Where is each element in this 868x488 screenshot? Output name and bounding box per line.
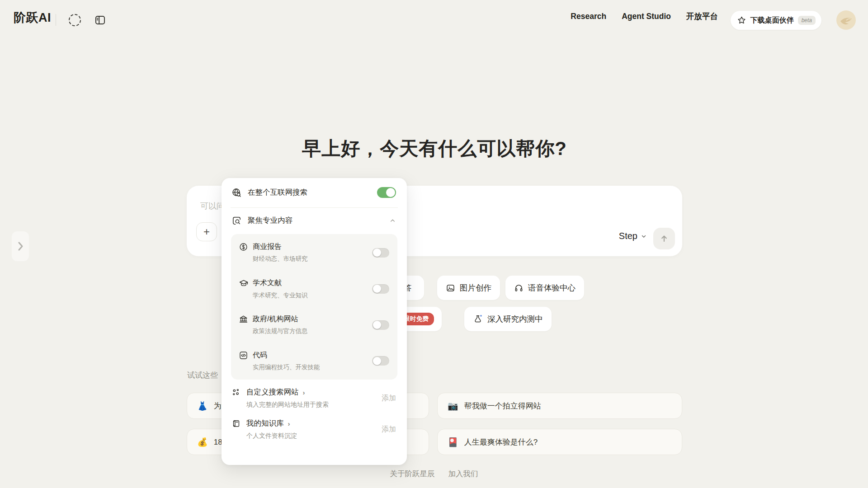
user-avatar[interactable] (836, 10, 856, 30)
attach-button[interactable]: + (196, 222, 217, 241)
send-button[interactable] (653, 228, 675, 249)
chevron-right-icon (16, 240, 25, 252)
category-government: 政府/机构网站 政策法规与官方信息 (239, 314, 389, 335)
code-toggle[interactable] (372, 356, 389, 366)
footer-join-link[interactable]: 加入我们 (448, 469, 478, 479)
bird-logo-icon (836, 10, 856, 30)
custom-search-site-row[interactable]: 自定义搜索网站 › 填入完整的网站地址用于搜索 添加 (222, 387, 407, 409)
star-face-icon (737, 16, 746, 25)
focus-content-label: 聚焦专业内容 (248, 216, 292, 225)
voice-center-button[interactable]: 语音体验中心 (505, 276, 584, 300)
camera-emoji-icon: 📷 (448, 401, 458, 411)
code-icon (239, 351, 248, 360)
web-search-label: 在整个互联网搜索 (248, 188, 307, 197)
academic-toggle[interactable] (372, 284, 389, 294)
image-creation-button[interactable]: 图片创作 (437, 276, 500, 300)
header-divider (56, 14, 56, 26)
flower-card-emoji-icon: 🎴 (448, 437, 458, 447)
download-desktop-button[interactable]: 下载桌面伙伴 beta (731, 11, 821, 30)
model-name: Step (619, 231, 637, 241)
category-business-reports: 商业报告 财经动态、市场研究 (239, 242, 389, 263)
business-reports-toggle[interactable] (372, 248, 389, 258)
download-label: 下载桌面伙伴 (750, 16, 794, 25)
nav-agent-studio[interactable]: Agent Studio (622, 12, 671, 21)
category-code: 代码 实用编程技巧、开发技能 (239, 351, 389, 371)
greeting-heading: 早上好，今天有什么可以帮你? (187, 136, 682, 161)
chevron-up-icon[interactable] (389, 217, 396, 224)
add-custom-site-button[interactable]: 添加 (382, 394, 396, 403)
moneybag-emoji-icon: 💰 (197, 437, 208, 447)
up-arrow-icon (659, 234, 669, 244)
web-search-toggle[interactable] (377, 187, 396, 198)
bank-icon (239, 314, 248, 324)
chevron-right-icon: › (303, 389, 305, 396)
graduation-cap-icon (239, 278, 249, 288)
model-selector[interactable]: Step (619, 231, 647, 241)
book-icon (231, 419, 241, 428)
lab-flask-icon (473, 314, 483, 324)
chat-input-placeholder: 可以问 (200, 201, 225, 211)
beta-badge: beta (798, 16, 816, 25)
footer-about-link[interactable]: 关于阶跃星辰 (390, 469, 435, 479)
footer: 关于阶跃星辰 加入我们 (0, 469, 868, 479)
search-scope-popover: 在整个互联网搜索 聚焦专业内容 商业报告 财经动态、市场研究 (222, 178, 407, 465)
suggestion-card[interactable]: 🎴 人生最爽体验是什么? (437, 429, 682, 455)
box-search-icon (231, 216, 242, 226)
app-logo[interactable]: 阶跃AI (14, 9, 51, 26)
knowledge-base-row[interactable]: 我的知识库 › 个人文件资料沉淀 添加 (222, 418, 407, 440)
focus-categories-panel: 商业报告 财经动态、市场研究 学术文献 学术研究、专业知识 (231, 234, 397, 380)
chevron-down-icon (641, 233, 647, 239)
nav-research[interactable]: Research (571, 12, 606, 21)
add-knowledge-button[interactable]: 添加 (382, 425, 396, 434)
sidebar-expand-handle[interactable] (12, 231, 29, 261)
dress-emoji-icon: 👗 (197, 401, 208, 411)
dollar-circle-icon (239, 242, 248, 252)
focus-content-row[interactable]: 聚焦专业内容 (222, 208, 407, 233)
headphones-icon (514, 283, 524, 293)
suggestions-heading: 试试这些 (187, 370, 218, 380)
sidebar-toggle-icon[interactable] (94, 14, 106, 26)
globe-search-icon (231, 188, 242, 198)
nav-open-platform[interactable]: 开放平台 (686, 11, 718, 22)
suggestion-card[interactable]: 📷 帮我做一个拍立得网站 (437, 393, 682, 419)
deep-research-button[interactable]: 深入研究内测中 (464, 307, 552, 331)
temporary-chat-icon[interactable] (69, 14, 81, 26)
government-toggle[interactable] (372, 320, 389, 330)
page: 阶跃AI Research Agent Studio 开放平台 下载桌面伙伴 b… (0, 0, 868, 488)
top-nav: Research Agent Studio 开放平台 (571, 0, 718, 33)
category-academic: 学术文献 学术研究、专业知识 (239, 278, 389, 300)
image-icon (446, 283, 455, 293)
molecule-dots-icon (231, 388, 241, 397)
web-search-row[interactable]: 在整个互联网搜索 (222, 178, 407, 207)
chevron-right-icon: › (288, 420, 290, 427)
